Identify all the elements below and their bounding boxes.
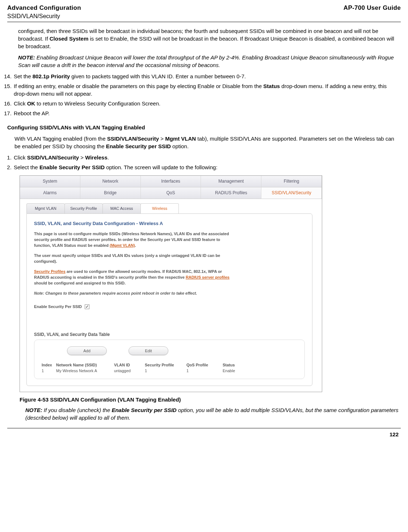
checkbox-label: Enable Security Per SSID [34,304,82,309]
bold-term: Closed System [50,36,89,42]
tab-qos[interactable]: QoS [141,187,201,199]
text-fragment: . [108,154,109,161]
wireless-panel: SSID, VLAN, and Security Data Configurat… [26,213,312,386]
step-15: If editing an entry, enable or disable t… [13,82,401,97]
security-profiles-link[interactable]: Security Profiles [34,269,66,274]
tab-radius-profiles[interactable]: RADIUS Profiles [201,187,261,199]
page-number: 122 [7,431,399,438]
cell-status: Enable [223,368,248,374]
bold-term: Status [263,83,280,89]
cell-security-profile: 1 [145,368,186,374]
text-fragment: > [79,154,85,161]
table-row[interactable]: 1 My Wireless Network A untagged 1 1 Ena… [42,368,297,374]
radius-server-profiles-link[interactable]: RADIUS server profiles [186,275,230,279]
text-fragment: Click [14,100,27,107]
cell-qos-profile: 1 [186,368,223,374]
panel-desc-1: This page is used to configure multiple … [34,231,237,249]
tab-alarms[interactable]: Alarms [20,187,80,199]
note-block: NOTE: Enabling Broadcast Unique Beacon w… [18,54,401,69]
header-chapter: Advanced Configuration [7,4,81,12]
body-paragraph: With VLAN Tagging enabled (from the SSID… [14,135,401,150]
bold-term: SSID/VLAN/Security [107,136,159,142]
text-fragment: > [159,136,165,142]
enable-security-per-ssid-checkbox[interactable]: ✓ [85,304,89,309]
col-status: Status [223,362,248,368]
text-fragment: If editing an entry, enable or disable t… [14,83,263,89]
tab-network[interactable]: Network [80,176,141,187]
text-fragment: option. [171,143,189,149]
subtabs: Mgmt VLAN Security Profile MAC Access Wi… [26,203,178,213]
bold-term: Enable Security per SSID [106,143,171,149]
text-fragment: should be configured and assigned to thi… [34,281,126,285]
bold-term: Enable Security Per SSID [39,164,105,170]
panel-title: SSID, VLAN, and Security Data Configurat… [34,220,305,227]
panel-note: Note: Changes to these parameters requir… [34,291,237,296]
tab-system[interactable]: System [20,176,80,187]
tab-management[interactable]: Management [201,176,261,187]
instruction-list: Set the 802.1p Priority given to packets… [13,72,401,117]
primary-tabs: System Network Interfaces Management Fil… [20,176,322,187]
header-guide-title: AP-700 User Guide [344,4,401,12]
text-fragment: If you disable (uncheck) the [42,407,112,413]
data-table-title: SSID, VLAN, and Security Data Table [34,332,305,338]
continued-paragraph: configured, then three SSIDs will be bro… [18,27,401,50]
text-fragment: option. The screen will update to the fo… [105,164,218,170]
header-section: SSID/VLAN/Security [7,12,81,20]
subtab-security-profile[interactable]: Security Profile [64,203,103,213]
cell-ssid: My Wireless Network A [56,368,114,374]
subtab-mgmt-vlan[interactable]: Mgmt VLAN [26,203,65,213]
add-button[interactable]: Add [67,346,107,355]
subtab-wireless[interactable]: Wireless [140,203,179,213]
tab-bridge[interactable]: Bridge [80,187,141,199]
section-heading: Configuring SSID/VLANs with VLAN Tagging… [7,124,401,131]
note-label: NOTE: [25,407,42,413]
bold-term: Wireless [85,154,108,161]
text-fragment: Select the [14,164,39,170]
subtab-mac-access[interactable]: MAC Access [102,203,141,213]
edit-button[interactable]: Edit [129,346,168,355]
step-2: Select the Enable Security Per SSID opti… [13,163,401,171]
mgmt-vlan-link[interactable]: (Mgmt VLAN) [110,243,135,248]
table-buttons: Add Edit [67,346,297,355]
panel-desc-3: Security Profiles are used to configure … [34,269,237,286]
data-table-box: Add Edit Index Network Name (SSID) VLAN … [34,340,305,379]
step-16: Click OK to return to Wireless Security … [13,100,401,107]
note-text: Enabling Broadcast Unique Beacon will lo… [18,54,394,68]
instruction-list-2: Click SSID/VLAN/Security > Wireless. Sel… [13,154,401,171]
step-1: Click SSID/VLAN/Security > Wireless. [13,154,401,161]
text-fragment: to return to Wireless Security Configura… [35,100,160,107]
text-fragment: Click [14,154,27,161]
bold-term: OK [27,100,35,107]
col-vlan-id: VLAN ID [114,362,145,368]
cell-index: 1 [42,368,56,374]
page-header: Advanced Configuration SSID/VLAN/Securit… [7,4,401,22]
panel-body: Mgmt VLAN Security Profile MAC Access Wi… [20,199,322,392]
col-ssid: Network Name (SSID) [56,362,114,368]
secondary-tabs: Alarms Bridge QoS RADIUS Profiles SSID/V… [20,187,322,199]
text-fragment: . [135,243,136,248]
bold-term: Enable Security per SSID [112,407,176,413]
bold-term: SSID/VLAN/Security [27,154,79,161]
config-screenshot: System Network Interfaces Management Fil… [20,175,322,392]
bold-term: 802.1p Priority [33,73,70,79]
text-fragment: Set the [14,73,33,79]
tab-filtering[interactable]: Filtering [261,176,322,187]
enable-security-per-ssid-row: Enable Security Per SSID ✓ [34,304,305,309]
tab-interfaces[interactable]: Interfaces [141,176,201,187]
text-fragment: given to packets tagged with this VLAN I… [70,73,246,79]
panel-desc-2: The user must specify unique SSIDs and V… [34,253,237,265]
figure-caption: Figure 4-53 SSID/VLAN Configuration (VLA… [20,396,401,403]
bold-term: Mgmt VLAN [165,136,196,142]
footer-rule [7,428,401,428]
text-fragment: With VLAN Tagging enabled (from the [14,136,107,142]
tab-ssid-vlan-security[interactable]: SSID/VLAN/Security [261,187,322,199]
table-header-row: Index Network Name (SSID) VLAN ID Securi… [42,362,297,368]
step-14: Set the 802.1p Priority given to packets… [13,72,401,80]
note-label: NOTE: [18,54,35,61]
cell-vlan-id: untagged [114,368,145,374]
step-17: Reboot the AP. [13,109,401,117]
col-qos-profile: QoS Profile [186,362,223,368]
col-index: Index [42,362,56,368]
note-block-2: NOTE: If you disable (uncheck) the Enabl… [25,406,401,421]
col-security-profile: Security Profile [145,362,186,368]
